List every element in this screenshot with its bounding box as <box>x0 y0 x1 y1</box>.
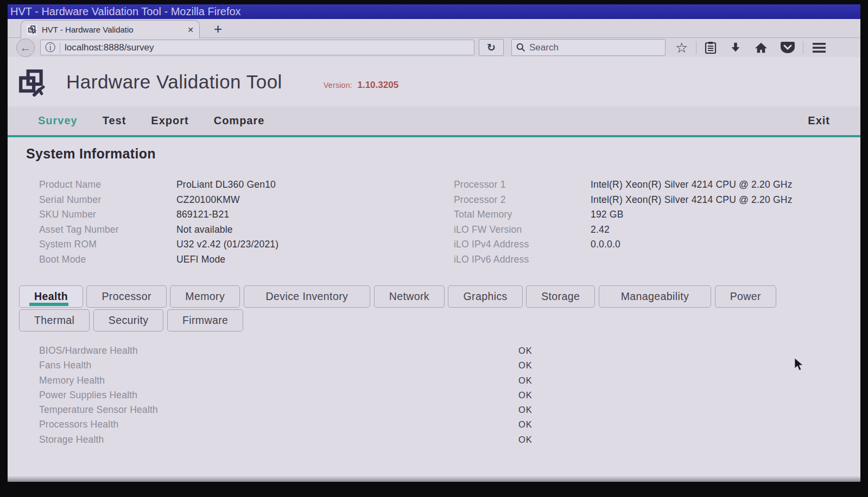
window-titlebar[interactable]: HVT - Hardware Validation Tool - Mozilla… <box>8 4 860 19</box>
hvt-logo-icon <box>18 69 46 99</box>
info-value: 869121-B21 <box>176 209 229 220</box>
browser-chrome: HVT - Hardware Validatio ✕ + ← ⓘ ↻ ☆ <box>8 19 860 57</box>
nav-item-compare[interactable]: Compare <box>214 114 265 127</box>
home-icon[interactable] <box>755 42 768 54</box>
info-label: Processor 1 <box>454 179 591 190</box>
page-title: System Information <box>26 146 156 162</box>
info-row: Asset Tag Number Not available <box>39 222 419 238</box>
nav-item-export[interactable]: Export <box>151 114 188 127</box>
browser-tab[interactable]: HVT - Hardware Validatio ✕ <box>21 20 200 39</box>
app-version: Version: 1.10.3205 <box>324 80 398 91</box>
info-row: iLO IPv6 Address <box>454 252 856 267</box>
info-label: SKU Number <box>39 209 176 220</box>
info-row: Processor 1 Intel(R) Xeon(R) Silver 4214… <box>454 177 856 193</box>
system-info-right-column: Processor 1 Intel(R) Xeon(R) Silver 4214… <box>454 177 856 267</box>
health-label: Processors Health <box>39 419 118 430</box>
info-value: Intel(R) Xeon(R) Silver 4214 CPU @ 2.20 … <box>591 179 793 190</box>
tab-power[interactable]: Power <box>715 285 776 308</box>
health-row: BIOS/Hardware Health OK <box>39 343 690 358</box>
app-title: Hardware Validation Tool <box>66 71 282 93</box>
url-input[interactable] <box>65 42 470 53</box>
info-label: Processor 2 <box>454 194 591 206</box>
health-row: Power Supplies Health OK <box>39 387 690 402</box>
info-value: Intel(R) Xeon(R) Silver 4214 CPU @ 2.20 … <box>591 194 793 206</box>
mouse-cursor <box>794 358 806 374</box>
reload-icon: ↻ <box>487 41 496 54</box>
tab-firmware[interactable]: Firmware <box>167 309 243 332</box>
download-icon[interactable] <box>730 42 742 54</box>
tab-manageability[interactable]: Manageability <box>599 285 712 308</box>
health-label: BIOS/Hardware Health <box>39 345 138 356</box>
nav-item-test[interactable]: Test <box>103 114 126 127</box>
tab-storage[interactable]: Storage <box>526 285 595 308</box>
health-status-value: OK <box>518 375 533 386</box>
reload-button[interactable]: ↻ <box>479 39 504 56</box>
info-label: Product Name <box>39 179 176 190</box>
search-icon <box>516 43 525 52</box>
info-value: U32 v2.42 (01/23/2021) <box>176 239 278 250</box>
health-row: Temperature Sensor Health OK <box>39 402 690 417</box>
health-label: Fans Health <box>39 360 92 371</box>
health-row: Processors Health OK <box>39 417 690 431</box>
pocket-icon[interactable] <box>781 42 795 54</box>
menu-hamburger-icon[interactable] <box>813 42 826 53</box>
tab-label: Health <box>34 290 68 302</box>
tab-memory[interactable]: Memory <box>170 285 240 308</box>
back-button[interactable]: ← <box>16 39 35 57</box>
health-status-value: OK <box>518 419 533 430</box>
info-row: Serial Number CZ20100KMW <box>39 193 419 208</box>
toolbar-separator <box>803 41 803 54</box>
tab-close-icon[interactable]: ✕ <box>187 26 194 34</box>
window-title: HVT - Hardware Validation Tool - Mozilla… <box>10 5 241 17</box>
info-value: Not available <box>176 224 233 235</box>
health-status-value: OK <box>518 360 533 371</box>
info-value: ProLiant DL360 Gen10 <box>176 179 276 190</box>
browser-toolbar: ← ⓘ ↻ ☆ <box>8 38 860 57</box>
category-tabs: Health Processor Memory Device Inventory… <box>19 285 850 333</box>
url-bar[interactable]: ⓘ <box>40 40 474 55</box>
health-status-value: OK <box>518 435 533 445</box>
info-label: Serial Number <box>39 194 176 206</box>
info-value: 192 GB <box>591 209 624 220</box>
tab-processor[interactable]: Processor <box>86 285 166 308</box>
health-row: Memory Health OK <box>39 373 690 387</box>
hvt-favicon-icon <box>27 24 37 35</box>
health-status-value: OK <box>518 390 533 400</box>
info-value: UEFI Mode <box>176 254 225 265</box>
active-tab-indicator <box>29 303 68 306</box>
reading-list-icon[interactable] <box>705 41 717 54</box>
health-row: Storage Health OK <box>39 432 690 447</box>
info-row: Processor 2 Intel(R) Xeon(R) Silver 4214… <box>454 193 856 208</box>
nav-item-survey[interactable]: Survey <box>38 114 78 127</box>
info-label: Boot Mode <box>39 254 176 265</box>
info-value: 0.0.0.0 <box>591 239 620 250</box>
version-value: 1.10.3205 <box>357 80 398 90</box>
new-tab-button[interactable]: + <box>210 20 226 37</box>
info-row: iLO FW Version 2.42 <box>454 222 856 238</box>
tab-title: HVT - Hardware Validatio <box>42 25 183 34</box>
info-label: Total Memory <box>454 209 591 220</box>
tab-security[interactable]: Security <box>93 309 164 332</box>
nav-item-exit[interactable]: Exit <box>808 114 830 127</box>
tab-strip: HVT - Hardware Validatio ✕ + <box>8 19 860 38</box>
tab-device-inventory[interactable]: Device Inventory <box>244 285 371 308</box>
tab-network[interactable]: Network <box>374 285 445 308</box>
search-bar[interactable] <box>511 39 666 56</box>
info-label: iLO IPv6 Address <box>454 254 591 265</box>
info-row: iLO IPv4 Address 0.0.0.0 <box>454 237 856 252</box>
tab-thermal[interactable]: Thermal <box>19 309 90 332</box>
info-row: SKU Number 869121-B21 <box>39 207 419 222</box>
info-row: Boot Mode UEFI Mode <box>39 252 419 267</box>
info-label: System ROM <box>39 239 176 250</box>
site-info-icon[interactable]: ⓘ <box>45 42 55 53</box>
info-row: Total Memory 192 GB <box>454 207 856 222</box>
bookmark-star-icon[interactable]: ☆ <box>675 41 688 55</box>
toolbar-separator <box>696 41 696 54</box>
search-input[interactable] <box>529 42 661 53</box>
health-label: Storage Health <box>39 434 104 445</box>
info-row: Product Name ProLiant DL360 Gen10 <box>39 177 419 193</box>
url-divider <box>60 42 60 53</box>
hvt-page: Hardware Validation Tool Version: 1.10.3… <box>8 57 860 476</box>
tab-graphics[interactable]: Graphics <box>448 285 522 308</box>
tab-health[interactable]: Health <box>19 285 83 308</box>
